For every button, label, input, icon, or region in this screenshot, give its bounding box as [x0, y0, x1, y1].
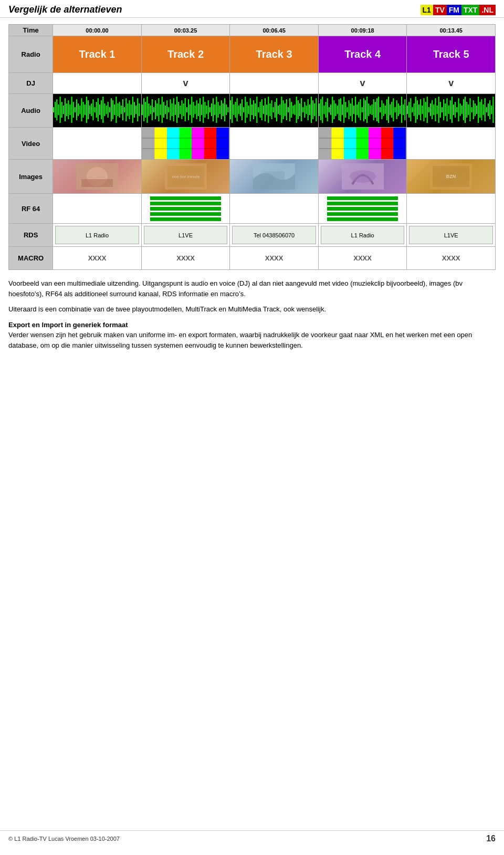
svg-rect-75 — [178, 102, 179, 118]
svg-rect-208 — [400, 106, 401, 114]
svg-rect-188 — [366, 97, 368, 123]
svg-rect-212 — [407, 106, 408, 114]
svg-rect-42 — [122, 99, 123, 120]
svg-rect-72 — [173, 98, 174, 121]
svg-text:BZN: BZN — [446, 174, 456, 179]
svg-rect-238 — [450, 100, 451, 119]
rds-text-4: L1 Radio — [321, 226, 405, 244]
rf64-bar — [150, 212, 222, 216]
svg-rect-135 — [278, 106, 279, 114]
macro-text-1: XXXX — [88, 254, 107, 262]
svg-rect-220 — [421, 99, 422, 120]
svg-rect-207 — [398, 103, 399, 116]
track-table: Time 00:00.00 00:03.25 00:06.45 00:09:18… — [8, 24, 496, 270]
svg-rect-4 — [60, 97, 61, 123]
video-1 — [53, 128, 142, 160]
svg-rect-123 — [258, 107, 259, 112]
dj-marker-5: v — [448, 78, 454, 88]
svg-rect-24 — [93, 99, 94, 120]
svg-rect-181 — [355, 97, 356, 123]
svg-rect-49 — [134, 102, 135, 118]
rds-text-2: L1VE — [144, 226, 228, 244]
svg-rect-174 — [343, 97, 344, 123]
svg-rect-158 — [316, 98, 317, 121]
svg-rect-60 — [153, 107, 154, 112]
svg-rect-103 — [224, 98, 225, 121]
svg-rect-91 — [204, 102, 205, 118]
svg-rect-6 — [63, 106, 64, 114]
svg-rect-239 — [452, 97, 453, 123]
rds-val-2: L1VE — [141, 224, 230, 247]
svg-rect-269 — [192, 128, 204, 159]
svg-rect-23 — [91, 103, 92, 116]
svg-rect-209 — [401, 97, 402, 123]
svg-rect-11 — [71, 97, 72, 123]
svg-rect-76 — [180, 106, 181, 114]
svg-rect-119 — [251, 105, 253, 115]
audio-label: Audio — [9, 94, 53, 128]
waveform-svg-4 — [319, 94, 407, 126]
rds-text-5: L1VE — [409, 226, 493, 244]
track-2-header: Track 2 — [141, 36, 230, 73]
svg-rect-142 — [289, 98, 290, 121]
svg-rect-38 — [116, 97, 117, 123]
svg-rect-211 — [404, 99, 405, 120]
svg-rect-13 — [75, 107, 76, 112]
svg-rect-192 — [373, 99, 374, 120]
svg-rect-108 — [234, 105, 235, 115]
waveform-svg-3 — [230, 94, 318, 126]
rds-val-3: Tel 0438506070 — [230, 224, 319, 247]
dj-label: DJ — [9, 73, 53, 94]
svg-rect-89 — [201, 105, 202, 115]
svg-rect-259 — [485, 98, 486, 121]
video-5 — [407, 128, 496, 160]
svg-rect-116 — [247, 102, 248, 118]
svg-rect-157 — [314, 103, 316, 116]
svg-rect-37 — [114, 105, 115, 115]
svg-rect-79 — [184, 98, 185, 121]
svg-rect-14 — [76, 99, 77, 120]
svg-rect-93 — [207, 100, 208, 119]
svg-rect-63 — [158, 98, 159, 121]
svg-rect-124 — [260, 102, 261, 118]
svg-rect-236 — [447, 98, 448, 121]
rds-val-1: L1 Radio — [53, 224, 142, 247]
rf64-bar — [150, 217, 222, 221]
svg-rect-51 — [137, 98, 138, 121]
svg-rect-190 — [370, 106, 371, 114]
export-paragraph: Export en Import in generiek formaat Ver… — [8, 320, 496, 351]
export-title: Export en Import in generiek formaat — [8, 321, 128, 329]
logo-nl: .NL — [479, 5, 496, 15]
svg-rect-80 — [186, 107, 187, 112]
svg-rect-217 — [415, 97, 416, 123]
rds-val-4: L1 Radio — [318, 224, 407, 247]
svg-rect-280 — [393, 128, 406, 159]
svg-rect-170 — [337, 106, 338, 114]
image-thumb-1 — [53, 160, 141, 193]
logo-fm: FM — [447, 5, 461, 15]
svg-rect-137 — [281, 97, 282, 123]
logo-txt: TXT — [461, 5, 479, 15]
svg-rect-118 — [250, 98, 251, 121]
svg-rect-178 — [350, 103, 351, 116]
rds-label: RDS — [9, 224, 53, 247]
svg-rect-244 — [460, 103, 461, 116]
svg-rect-227 — [432, 100, 433, 119]
rds-text-3: Tel 0438506070 — [232, 226, 316, 244]
rf64-bar — [327, 207, 398, 211]
svg-rect-171 — [339, 99, 340, 120]
svg-rect-161 — [322, 97, 323, 123]
svg-rect-65 — [161, 97, 162, 123]
image-5: BZN — [407, 160, 496, 194]
svg-rect-86 — [196, 100, 197, 119]
svg-rect-129 — [268, 97, 269, 123]
svg-rect-77 — [181, 100, 182, 119]
macro-val-2: XXXX — [141, 247, 230, 270]
rf64-bar — [327, 196, 398, 200]
audio-3 — [230, 94, 319, 128]
svg-rect-96 — [213, 98, 214, 121]
svg-rect-87 — [198, 103, 199, 116]
audio-5 — [407, 94, 496, 128]
svg-rect-52 — [139, 103, 140, 116]
svg-rect-179 — [352, 98, 353, 121]
